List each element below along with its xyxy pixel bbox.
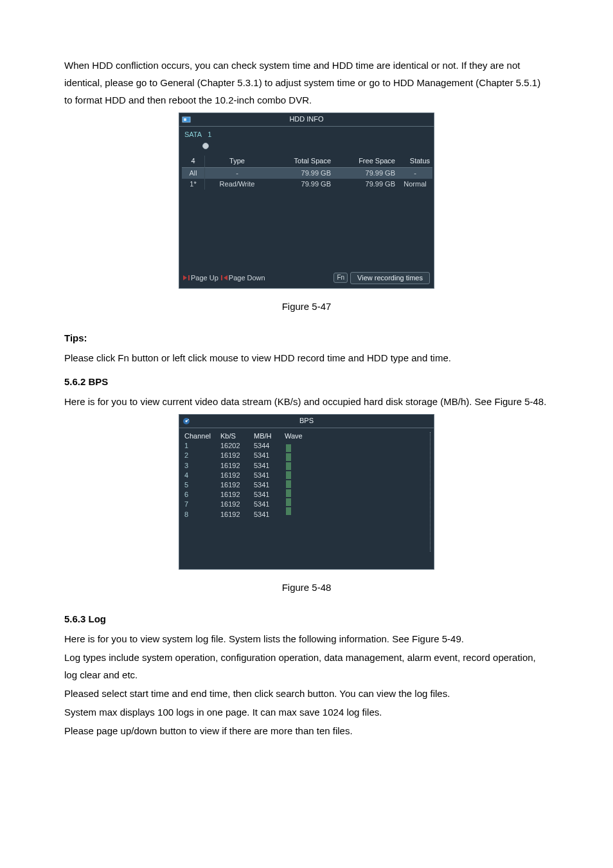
hdd-all-total: 79.99 GB <box>269 168 333 179</box>
bps-row-ch: 1 <box>184 442 220 450</box>
paragraph-5-6-3e: Please page up/down button to view if th… <box>64 722 549 739</box>
paragraph-5-6-2: Here is for you to view current video da… <box>64 393 549 410</box>
bps-wave-icon <box>286 443 298 524</box>
hdd-row1-total: 79.99 GB <box>269 179 333 190</box>
bps-col-kbs: Kb/S <box>220 432 254 440</box>
bps-row-ch: 7 <box>184 500 220 509</box>
hdd-all-type: - <box>205 168 269 179</box>
bps-row-mbh: 5341 <box>254 471 285 480</box>
bps-row-ch: 5 <box>184 481 220 489</box>
bps-icon <box>182 417 191 426</box>
bps-row-mbh: 5341 <box>254 491 285 499</box>
sata-number: 1 <box>208 131 211 138</box>
bps-row-ch: 3 <box>184 462 220 470</box>
hdd-col-status: Status <box>398 156 432 167</box>
bps-right-border <box>429 432 431 552</box>
hdd-icon <box>182 115 191 124</box>
page-down-icon-bar <box>221 275 222 280</box>
hdd-row1-idx: 1* <box>182 179 205 190</box>
bps-row-mbh: 5341 <box>254 511 285 519</box>
sata-status-dot <box>202 143 209 149</box>
bps-row-kbs: 16192 <box>220 471 254 480</box>
hdd-row1-free: 79.99 GB <box>333 179 398 190</box>
paragraph-5-6-3a: Here is for you to view system log file.… <box>64 630 549 647</box>
bps-row-ch: 2 <box>184 451 220 460</box>
page-up-icon <box>183 275 187 280</box>
bps-row-mbh: 5341 <box>254 500 285 509</box>
fn-button[interactable]: Fn <box>333 273 348 283</box>
page-up-label: Page Up <box>191 274 218 282</box>
page-up-icon-bar <box>188 275 190 280</box>
bps-row-kbs: 16192 <box>220 462 254 470</box>
bps-titlebar: BPS <box>179 415 434 428</box>
bps-row-kbs: 16192 <box>220 451 254 460</box>
bps-row-kbs: 16192 <box>220 481 254 489</box>
page-down-icon <box>224 275 227 280</box>
bps-row-mbh: 5341 <box>254 462 285 470</box>
hdd-row1-status: Normal <box>398 179 432 190</box>
hdd-all-label: All <box>182 168 205 179</box>
hdd-col-total: Total Space <box>269 156 333 167</box>
heading-5-6-2: 5.6.2 BPS <box>64 373 549 390</box>
bps-col-wave: Wave <box>285 432 429 440</box>
bps-col-mbh: MB/H <box>254 432 285 440</box>
bps-row-mbh: 5341 <box>254 481 285 489</box>
figure-5-47-caption: Figure 5-47 <box>64 298 549 315</box>
bps-title: BPS <box>299 417 314 425</box>
bps-row-kbs: 16192 <box>220 491 254 499</box>
sata-label: SATA <box>184 131 202 139</box>
bps-body: Channel Kb/S MB/H Wave 1 16202 5344 2 16… <box>179 428 434 524</box>
figure-5-48-caption: Figure 5-48 <box>64 579 549 596</box>
hdd-info-titlebar: HDD INFO <box>179 113 434 127</box>
bps-row-kbs: 16192 <box>220 500 254 509</box>
bps-row-kbs: 16192 <box>220 511 254 519</box>
hdd-all-free: 79.99 GB <box>333 168 398 179</box>
bps-row-mbh: 5341 <box>254 451 285 460</box>
hdd-col-count: 4 <box>182 156 205 167</box>
svg-rect-1 <box>184 118 186 121</box>
page-up-button[interactable]: Page Up <box>183 274 218 282</box>
paragraph-5-6-3b: Log types include system operation, conf… <box>64 649 549 683</box>
bps-col-channel: Channel <box>184 432 220 440</box>
hdd-col-type: Type <box>205 156 269 167</box>
bps-row-ch: 4 <box>184 471 220 480</box>
paragraph-intro: When HDD confliction occurs, you can che… <box>64 57 549 109</box>
view-recording-times-button[interactable]: View recording times <box>350 272 430 284</box>
bps-row-kbs: 16202 <box>220 442 254 450</box>
tips-heading: Tips: <box>64 329 549 347</box>
bps-wave-area <box>285 442 429 520</box>
sata-row: SATA 1 <box>179 127 434 152</box>
hdd-info-title: HDD INFO <box>289 115 323 123</box>
svg-point-3 <box>186 420 188 422</box>
paragraph-5-6-3d: System max displays 100 logs in one page… <box>64 703 549 721</box>
paragraph-5-6-3c: Pleased select start time and end time, … <box>64 685 549 702</box>
bps-row-ch: 6 <box>184 491 220 499</box>
hdd-footer: Page Up Page Down Fn View recording time… <box>179 272 434 284</box>
bps-panel: BPS Channel Kb/S MB/H Wave 1 16202 5344 … <box>179 414 434 570</box>
tips-text: Please click Fn button or left click mou… <box>64 349 549 366</box>
page-down-button[interactable]: Page Down <box>221 274 265 282</box>
hdd-col-free: Free Space <box>333 156 398 167</box>
hdd-table: 4 Type Total Space Free Space Status All… <box>182 156 431 190</box>
hdd-info-panel: HDD INFO SATA 1 4 Type Total Space Free … <box>179 113 434 289</box>
hdd-row1-type: Read/Write <box>205 179 269 190</box>
bps-row-mbh: 5344 <box>254 442 285 450</box>
page-down-label: Page Down <box>229 274 265 282</box>
bps-row-ch: 8 <box>184 511 220 519</box>
hdd-all-status: - <box>398 168 432 179</box>
heading-5-6-3: 5.6.3 Log <box>64 610 549 628</box>
